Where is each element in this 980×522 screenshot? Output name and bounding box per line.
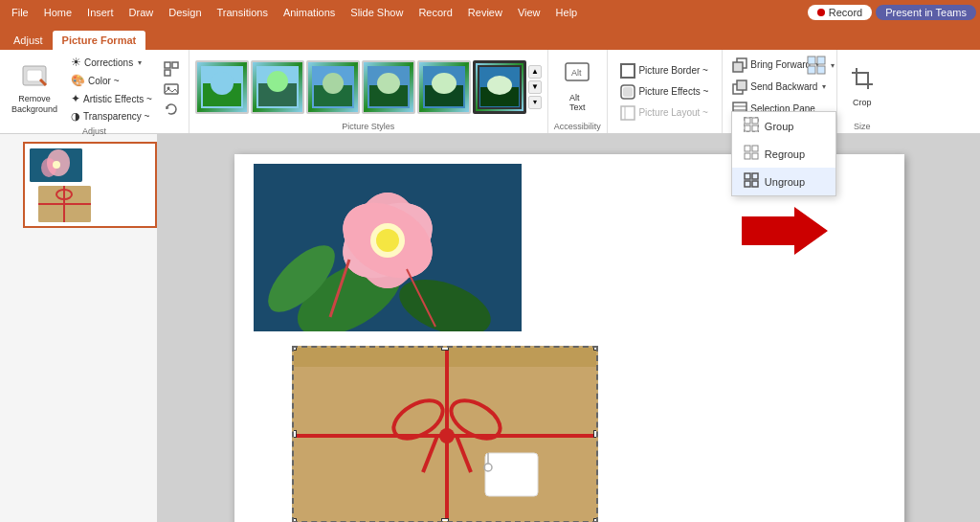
transparency-button[interactable]: ◑ Transparency ~ (67, 108, 156, 125)
remove-background-button[interactable]: RemoveBackground (6, 58, 63, 120)
transparency-label: Transparency ~ (83, 111, 149, 122)
accessibility-group: Alt AltText Accessibility (548, 50, 608, 133)
slide-canvas[interactable] (234, 154, 904, 523)
menu-home[interactable]: Home (36, 4, 79, 21)
style-thumb-1[interactable] (195, 60, 249, 114)
record-label: Record (829, 7, 862, 18)
slide-thumbnail-1[interactable] (23, 142, 157, 228)
styles-scroll-more[interactable]: ▾ (528, 96, 542, 109)
style-thumb-2[interactable] (251, 60, 304, 114)
compress-button[interactable] (160, 59, 183, 79)
red-arrow-svg (742, 202, 828, 260)
menu-record[interactable]: Record (411, 4, 459, 21)
flower-image[interactable] (254, 164, 522, 331)
change-picture-button[interactable] (160, 79, 183, 99)
menu-animations[interactable]: Animations (276, 4, 343, 21)
picture-layout-button[interactable]: Picture Layout ~ (616, 103, 712, 123)
svg-rect-4 (172, 62, 178, 68)
slide-thumb-inner (25, 144, 155, 226)
group-squares-icon (807, 56, 826, 75)
tab-shape-format[interactable]: Adjust (4, 31, 53, 50)
style-thumb-6[interactable] (473, 60, 526, 114)
picture-border-button[interactable]: Picture Border ~ (616, 61, 712, 80)
group-item-ungroup-icon (744, 172, 759, 191)
crop-label: Crop (853, 98, 872, 107)
svg-rect-36 (737, 80, 746, 90)
selection-handle-tr[interactable] (593, 346, 598, 351)
reset-picture-button[interactable] (160, 100, 183, 119)
bring-forward-label: Bring Forward (750, 59, 811, 70)
menu-draw[interactable]: Draw (122, 4, 162, 21)
group-icon-button[interactable]: ▾ (805, 54, 836, 77)
send-backward-button[interactable]: Send Backward ▾ (728, 78, 830, 97)
corrections-icon: ☀ (71, 56, 81, 69)
styles-scroll-down[interactable]: ▼ (528, 80, 542, 94)
svg-rect-31 (621, 106, 635, 120)
selection-handle-bc[interactable] (441, 518, 449, 523)
artistic-effects-button[interactable]: ✦ Artistic Effects ~ (67, 90, 156, 107)
svg-rect-47 (752, 125, 758, 131)
gift-image[interactable] (292, 346, 598, 523)
corrections-arrow-icon: ▾ (138, 58, 142, 67)
color-button[interactable]: 🎨 Color ~ (67, 72, 156, 89)
artistic-effects-label: Artistic Effects ~ (83, 94, 152, 104)
tab-picture-format[interactable]: Picture Format (53, 31, 146, 50)
picture-effects-button[interactable]: Picture Effects ~ (616, 82, 712, 102)
picture-border-icon (620, 63, 635, 79)
menu-file[interactable]: File (4, 4, 36, 21)
style-thumbnails: ▲ ▼ ▾ (195, 60, 542, 114)
menu-view[interactable]: View (510, 4, 548, 21)
svg-point-13 (267, 71, 288, 92)
crop-button[interactable]: Crop (843, 57, 881, 118)
selection-handle-ml[interactable] (292, 430, 297, 438)
group-dropdown-menu: Group Regroup Ungroup (731, 111, 836, 196)
crop-group: Crop Size (837, 50, 887, 133)
svg-point-25 (487, 76, 512, 95)
record-button[interactable]: Record (808, 5, 872, 20)
svg-rect-42 (808, 66, 815, 74)
teams-button[interactable]: Present in Teams (876, 5, 976, 20)
menu-slideshow[interactable]: Slide Show (343, 4, 411, 21)
group-arrange-area: ▾ (805, 54, 836, 79)
menu-bar-right: Record Present in Teams (808, 5, 976, 20)
adjust-label: Adjust (82, 125, 106, 136)
picture-layout-icon (620, 105, 635, 121)
style-thumb-5[interactable] (417, 60, 471, 114)
alt-text-button[interactable]: Alt AltText (558, 57, 596, 118)
styles-scroll-up[interactable]: ▲ (528, 65, 542, 79)
svg-text:Alt: Alt (571, 68, 582, 78)
gift-svg (294, 348, 598, 523)
send-backward-icon (732, 79, 747, 95)
menu-transitions[interactable]: Transitions (210, 4, 276, 21)
corrections-button[interactable]: ☀ Corrections ▾ (67, 54, 156, 71)
thumb-flower (30, 148, 82, 182)
bring-forward-icon (732, 57, 747, 73)
selection-handle-tl[interactable] (292, 346, 297, 351)
svg-marker-97 (742, 207, 828, 255)
menu-insert[interactable]: Insert (79, 4, 122, 21)
menu-review[interactable]: Review (460, 4, 510, 21)
adjust-compress-buttons (160, 59, 183, 119)
svg-rect-41 (817, 57, 825, 64)
style-thumb-4[interactable] (362, 60, 415, 114)
send-backward-arrow-icon: ▾ (822, 82, 826, 91)
send-backward-label: Send Backward (750, 81, 817, 92)
transparency-icon: ◑ (71, 110, 80, 123)
svg-point-16 (323, 73, 344, 94)
svg-rect-28 (621, 64, 635, 78)
svg-rect-52 (752, 153, 758, 159)
group-item-regroup[interactable]: Regroup (732, 140, 835, 168)
selection-handle-mr[interactable] (593, 430, 598, 438)
styles-scroll[interactable]: ▲ ▼ ▾ (528, 65, 542, 109)
selection-handle-tc[interactable] (441, 346, 449, 351)
selection-handle-br[interactable] (593, 518, 598, 523)
menu-design[interactable]: Design (161, 4, 209, 21)
ribbon-content: RemoveBackground ☀ Corrections ▾ 🎨 Color… (0, 50, 980, 134)
group-item-regroup-label: Regroup (765, 148, 805, 160)
style-thumb-3[interactable] (306, 60, 360, 114)
menu-help[interactable]: Help (548, 4, 586, 21)
group-btn-arrow-icon: ▾ (831, 61, 835, 70)
group-item-group[interactable]: Group (732, 112, 835, 140)
selection-handle-bl[interactable] (292, 518, 297, 523)
group-item-ungroup[interactable]: Ungroup (732, 168, 835, 195)
